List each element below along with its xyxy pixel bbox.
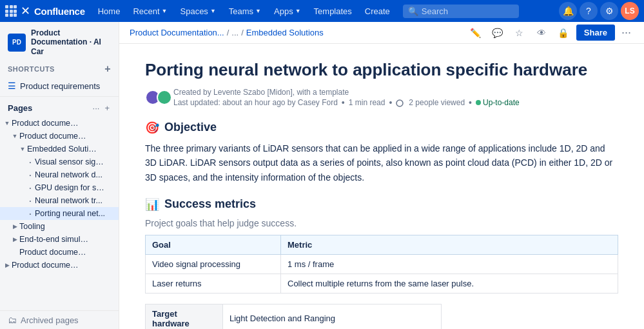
pages-add-button[interactable]: + xyxy=(103,102,111,114)
tree-label: Embedded Solutions xyxy=(27,145,98,154)
sidebar-tree: ▼ Product documentation - AI ... ▼ Produ… xyxy=(0,117,119,310)
tree-toggle[interactable]: ▼ xyxy=(10,133,19,139)
metrics-cell-metric-1: 1 ms / frame xyxy=(281,254,618,274)
settings-icon[interactable]: ⚙ xyxy=(600,2,618,20)
edit-icon[interactable]: ✏️ xyxy=(467,24,485,42)
user-avatar[interactable]: LS xyxy=(621,2,639,20)
restrict-icon[interactable]: 🔒 xyxy=(554,24,572,42)
pages-section-actions: ··· + xyxy=(92,102,111,114)
breadcrumb-sep-1: / xyxy=(227,28,229,37)
objective-text: The three primary variants of LiDAR sens… xyxy=(145,141,618,184)
tree-toggle[interactable]: ▶ xyxy=(10,236,19,243)
star-icon[interactable]: ☆ xyxy=(511,24,529,42)
tree-item-end-to-end[interactable]: ▶ End-to-end simulation xyxy=(0,233,119,246)
nav-spaces[interactable]: Spaces ▼ xyxy=(175,0,221,22)
sidebar: PD Product Documentation · AI Car SHORTC… xyxy=(0,22,119,329)
space-name: Product Documentation · AI Car xyxy=(31,28,111,56)
meta-updated: Last updated: about an hour ago by Casey… xyxy=(173,98,338,107)
tree-item-embedded-solutions[interactable]: ▼ Embedded Solutions xyxy=(0,143,119,155)
tree-item-product-documentati[interactable]: Product documentati... xyxy=(0,246,119,259)
tree-item-visual-sensor[interactable]: • Visual sensor sign... xyxy=(0,155,119,168)
tree-dot: • xyxy=(26,185,35,191)
share-button[interactable]: Share xyxy=(576,25,615,41)
tree-item-product-doc-main[interactable]: ▼ Product documentation - AI ... xyxy=(0,117,119,130)
metrics-heading-text: Success metrics xyxy=(164,197,256,211)
tree-item-neural-network-d[interactable]: • Neural network d... xyxy=(0,168,119,181)
shortcuts-section: SHORTCUTS + xyxy=(0,60,119,78)
nav-templates[interactable]: Templates xyxy=(309,0,357,22)
breadcrumb-bar: Product Documentation... / ... / Embedde… xyxy=(119,22,644,44)
nav-create[interactable]: Create xyxy=(360,0,395,22)
main-content: Product Documentation... / ... / Embedde… xyxy=(119,22,644,329)
section-objective-heading: 🎯 Objective xyxy=(145,121,618,135)
tree-item-gpu-design[interactable]: • GPU design for se... xyxy=(0,181,119,194)
metrics-cell-metric-2: Collect multiple returns from the same l… xyxy=(281,274,618,293)
tree-toggle[interactable]: ▼ xyxy=(18,146,27,152)
sidebar-shortcut-product-requirements[interactable]: ☰ Product requirements xyxy=(0,78,119,94)
objective-emoji: 🎯 xyxy=(145,121,159,135)
app-switcher-icon[interactable] xyxy=(5,5,17,17)
nav-home[interactable]: Home xyxy=(93,0,126,22)
top-navigation: ✕ Confluence Home Recent ▼ Spaces ▼ Team… xyxy=(0,0,644,22)
watch-icon[interactable]: 👁 xyxy=(532,24,551,42)
metrics-col-metric: Metric xyxy=(281,235,618,254)
search-placeholder: Search xyxy=(422,6,448,16)
breadcrumb-item-1[interactable]: Product Documentation... xyxy=(130,28,224,37)
nav-recent[interactable]: Recent ▼ xyxy=(128,0,172,22)
shortcuts-label: SHORTCUTS xyxy=(8,65,55,73)
info-row-hardware: Target hardware Light Detection and Rang… xyxy=(146,304,442,329)
page-meta: Created by Levente Szabo [Midon], with a… xyxy=(145,88,618,108)
nav-apps[interactable]: Apps ▼ xyxy=(269,0,306,22)
tree-label: Tooling xyxy=(19,222,45,231)
meta-viewers-count: 2 people viewed xyxy=(409,98,465,107)
confluence-logo[interactable]: ✕ Confluence xyxy=(5,4,85,18)
confluence-name: Confluence xyxy=(34,6,85,17)
archived-pages-link[interactable]: 🗂 Archived pages xyxy=(0,310,119,329)
help-icon[interactable]: ? xyxy=(580,2,598,20)
tree-label: Product documentation - AI ... xyxy=(12,119,83,128)
shortcut-label: Product requirements xyxy=(20,81,100,91)
tree-dot: • xyxy=(26,159,35,165)
metrics-row-2: Laser returns Collect multiple returns f… xyxy=(146,274,618,293)
shortcuts-add-button[interactable]: + xyxy=(104,64,111,74)
tree-item-product-doc-sub[interactable]: ▼ Product documentation - ... xyxy=(0,130,119,143)
document-icon: ☰ xyxy=(8,81,16,91)
status-dot xyxy=(476,100,481,105)
metrics-table: Goal Metric Video signal processing 1 ms… xyxy=(145,235,618,294)
tree-label: Porting neural net... xyxy=(35,209,105,218)
tree-item-product-doc-bottom[interactable]: ▶ Product documentation - ... xyxy=(0,259,119,272)
pages-label[interactable]: Pages xyxy=(8,103,32,113)
breadcrumb-sep-2: / xyxy=(241,28,244,37)
tree-toggle[interactable]: ▼ xyxy=(3,120,12,126)
section-metrics-heading: 📊 Success metrics xyxy=(145,197,618,212)
svg-point-0 xyxy=(396,100,403,106)
tree-dot: • xyxy=(26,172,35,178)
more-actions-button[interactable]: ··· xyxy=(619,26,634,39)
meta-viewers xyxy=(396,98,405,107)
nav-teams[interactable]: Teams ▼ xyxy=(224,0,266,22)
tree-item-porting-neural[interactable]: • Porting neural net... xyxy=(0,207,119,220)
tree-toggle[interactable]: ▶ xyxy=(3,262,12,268)
tree-item-neural-network-tr[interactable]: • Neural network tr... xyxy=(0,194,119,207)
tree-toggle[interactable]: ▶ xyxy=(10,223,19,230)
info-label-hardware: Target hardware xyxy=(146,304,223,329)
pages-section-header: Pages ··· + xyxy=(0,99,119,117)
tree-item-tooling[interactable]: ▶ Tooling xyxy=(0,220,119,233)
metrics-subtext: Project goals that help judge success. xyxy=(145,218,618,228)
tree-label: Product documentation - ... xyxy=(12,261,83,270)
breadcrumb-item-3[interactable]: Embedded Solutions xyxy=(246,28,324,37)
metrics-col-goal: Goal xyxy=(146,235,281,254)
pages-more-button[interactable]: ··· xyxy=(92,102,101,114)
search-bar[interactable]: 🔍 Search xyxy=(403,5,519,18)
tree-label: Neural network tr... xyxy=(35,196,102,205)
confluence-logo-icon: ✕ xyxy=(21,4,30,18)
notifications-icon[interactable]: 🔔 xyxy=(559,2,577,20)
breadcrumb: Product Documentation... / ... / Embedde… xyxy=(130,28,324,37)
page-actions: ✏️ 💬 ☆ 👁 🔒 Share ··· xyxy=(467,24,634,42)
breadcrumb-ellipsis: ... xyxy=(231,28,239,37)
sidebar-divider xyxy=(0,96,119,97)
tree-label: Visual sensor sign... xyxy=(35,157,106,166)
meta-read-time: 1 min read xyxy=(349,98,385,107)
comment-icon[interactable]: 💬 xyxy=(489,24,507,42)
tree-dot: • xyxy=(26,198,35,204)
